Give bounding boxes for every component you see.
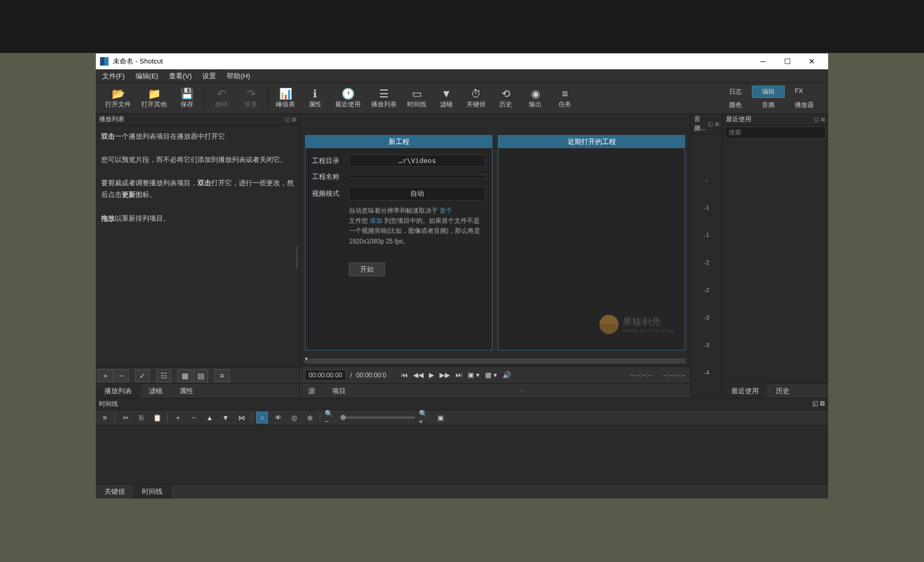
playlist-toolbar: + − ✓ ☷ ▦ ▤ ≡ — [96, 367, 299, 383]
save-button[interactable]: 💾保存 — [172, 85, 202, 111]
separator — [204, 88, 204, 109]
grid-icon[interactable]: ▦ ▾ — [485, 371, 497, 379]
playlist-button[interactable]: ☰播放列表 — [366, 85, 402, 111]
fast-forward-icon[interactable]: ▶▶ — [439, 371, 450, 379]
menu-settings[interactable]: 设置 — [198, 70, 220, 83]
resize-handle[interactable] — [296, 247, 298, 268]
peak-meter-button[interactable]: 📊峰值表 — [271, 85, 300, 111]
zoom-out-icon[interactable]: 🔍− — [325, 412, 336, 423]
folder-open-icon: 📂 — [112, 87, 125, 100]
target-icon: ◉ — [531, 87, 540, 100]
rewind-icon[interactable]: ◀◀ — [413, 371, 424, 379]
update-button[interactable]: ✓ — [135, 369, 150, 382]
start-button[interactable]: 开始 — [349, 262, 385, 276]
menu-file[interactable]: 文件(F) — [98, 70, 129, 83]
undo-button[interactable]: ↶撤销 — [207, 85, 236, 111]
layout-audio[interactable]: 音频 — [752, 99, 785, 111]
watermark: 果核剥壳 WWW.GHPYM.COM — [599, 315, 674, 334]
close-panel-icon[interactable]: ⊠ — [715, 121, 719, 127]
remove-icon[interactable]: − — [188, 412, 200, 423]
list-icon: ☰ — [379, 87, 389, 100]
timeline-header: 时间线 ◱ ⊠ — [96, 398, 828, 410]
history-button[interactable]: ⟲历史 — [491, 85, 521, 111]
search-input[interactable]: 搜索 — [725, 126, 826, 139]
volume-icon[interactable]: 🔊 — [503, 371, 511, 379]
menu-help[interactable]: 帮助(H) — [222, 70, 254, 83]
redo-button[interactable]: ↷恢复 — [236, 85, 266, 111]
add-button[interactable]: + — [98, 369, 113, 382]
tab-source[interactable]: 源 — [300, 384, 324, 398]
zoom-in-icon[interactable]: 🔍+ — [419, 412, 430, 423]
close-panel-icon[interactable]: ⊠ — [821, 116, 825, 122]
keyframes-button[interactable]: ⏱关键侦 — [461, 85, 491, 111]
timecode-current[interactable]: 00:00:00:00 — [305, 370, 346, 380]
scrubber[interactable]: ▾ — [300, 356, 690, 366]
overwrite-icon[interactable]: ▼ — [220, 412, 231, 423]
zoom-fit-icon[interactable]: ▣ — [435, 412, 446, 423]
layout-color[interactable]: 颜色 — [719, 99, 752, 111]
view-list-button[interactable]: ☷ — [156, 369, 171, 382]
zoom-slider[interactable] — [340, 416, 415, 419]
tab-project[interactable]: 项目 — [324, 384, 354, 398]
undock-icon[interactable]: ◱ — [814, 116, 819, 122]
view-detail-button[interactable]: ▤ — [193, 369, 208, 382]
remove-button[interactable]: − — [114, 369, 129, 382]
tab-playlist[interactable]: 播放列表 — [96, 384, 140, 398]
project-name-input[interactable] — [349, 175, 486, 179]
tl-menu-button[interactable]: ≡ — [99, 412, 111, 423]
jobs-button[interactable]: ≡任务 — [550, 85, 580, 111]
tab-properties[interactable]: 属性 — [171, 384, 202, 398]
properties-button[interactable]: ℹ属性 — [300, 85, 330, 111]
skip-start-icon[interactable]: ⏮ — [401, 371, 408, 379]
layout-log[interactable]: 日志 — [719, 86, 752, 98]
clock-icon: 🕐 — [342, 87, 355, 100]
snap-icon[interactable]: ∩ — [256, 412, 268, 423]
recent-button[interactable]: 🕐最近使用 — [330, 85, 366, 111]
open-file-button[interactable]: 📂打开文件 — [100, 85, 136, 111]
video-mode-select[interactable]: 自动 — [349, 187, 486, 201]
close-panel-icon[interactable]: ⊠ — [292, 116, 296, 122]
maximize-button[interactable]: ☐ — [775, 53, 800, 69]
close-panel-icon[interactable]: ⊠ — [820, 400, 825, 407]
copy-icon[interactable]: ⎘ — [136, 412, 147, 423]
view-tiles-button[interactable]: ▦ — [177, 369, 192, 382]
info-icon: ℹ — [313, 87, 317, 100]
tab-timeline[interactable]: 时间线 — [133, 485, 171, 498]
ripple-icon[interactable]: ◎ — [288, 412, 300, 423]
tab-recent[interactable]: 最近使用 — [723, 384, 767, 398]
timeline-button[interactable]: ▭时间线 — [402, 85, 432, 111]
transport-bar: 00:00:00:00 / 00:00:00:0 ⏮ ◀◀ ▶ ▶▶ ⏭ ▣ ▾… — [300, 366, 690, 383]
cut-icon[interactable]: ✂ — [120, 412, 131, 423]
tab-filters[interactable]: 滤镜 — [140, 384, 171, 398]
layout-fx[interactable]: FX — [785, 86, 813, 98]
lift-icon[interactable]: ▲ — [204, 412, 216, 423]
minimize-button[interactable]: ─ — [751, 53, 775, 69]
undock-icon[interactable]: ◱ — [285, 116, 290, 122]
skip-end-icon[interactable]: ⏭ — [455, 371, 462, 379]
split-icon[interactable]: ⋈ — [236, 412, 247, 423]
menu-edit[interactable]: 编辑(E) — [131, 70, 163, 83]
timeline-tracks[interactable] — [96, 425, 828, 484]
layout-edit[interactable]: 编辑 — [752, 86, 785, 98]
menu-view[interactable]: 查看(V) — [165, 70, 196, 83]
scrub-icon[interactable]: 👁 — [272, 412, 284, 423]
layout-switcher: 日志 编辑 FX 颜色 音频 播放器 — [719, 86, 824, 111]
tab-keyframes[interactable]: 关键侦 — [96, 485, 133, 498]
open-other-button[interactable]: 📁打开其他 — [136, 85, 172, 111]
in-point: --:--:--:-- — [630, 371, 652, 379]
close-button[interactable]: ✕ — [800, 53, 824, 69]
ripple-all-icon[interactable]: ⊛ — [304, 412, 316, 423]
project-dir-input[interactable]: …r\Videos — [349, 155, 486, 167]
play-icon[interactable]: ▶ — [429, 371, 434, 379]
export-button[interactable]: ◉输出 — [521, 85, 550, 111]
layout-player[interactable]: 播放器 — [785, 99, 824, 111]
undock-icon[interactable]: ◱ — [708, 121, 713, 127]
tab-history[interactable]: 历史 — [767, 384, 798, 398]
filters-button[interactable]: ▼滤镜 — [432, 85, 461, 111]
append-icon[interactable]: + — [172, 412, 184, 423]
paste-icon[interactable]: 📋 — [151, 412, 163, 423]
menu-button[interactable]: ≡ — [214, 369, 229, 382]
zoom-fit-icon[interactable]: ▣ ▾ — [468, 371, 480, 379]
window-title: 未命名 - Shotcut — [113, 57, 163, 66]
undock-icon[interactable]: ◱ — [812, 400, 818, 407]
